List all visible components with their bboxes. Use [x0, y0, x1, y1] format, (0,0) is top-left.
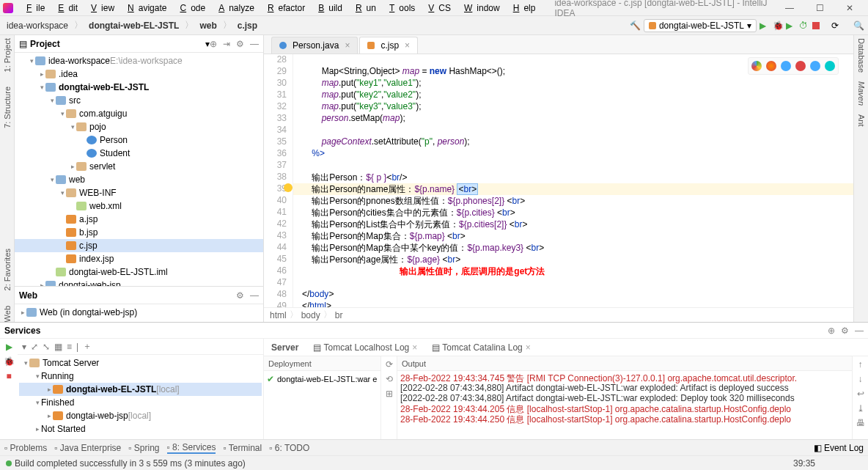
- services-tree-item[interactable]: ▸dongtai-web-EL-JSTL [local]: [19, 383, 262, 396]
- breadcrumb-item[interactable]: web: [197, 21, 218, 31]
- caret-position[interactable]: 39:35: [793, 458, 815, 469]
- opera-icon[interactable]: [795, 61, 806, 71]
- tree-item[interactable]: ▾dongtai-web-EL-JSTL: [15, 81, 263, 94]
- thread-icon[interactable]: ≡: [67, 342, 72, 352]
- group-icon[interactable]: ▦: [54, 342, 62, 352]
- hide-icon[interactable]: —: [250, 290, 259, 301]
- services-tree[interactable]: ▾Tomcat Server▾Running▸dongtai-web-EL-JS…: [18, 355, 263, 439]
- ant-tool-tab[interactable]: Ant: [857, 114, 866, 127]
- redeploy-icon[interactable]: ⟲: [386, 374, 393, 384]
- menu-vcs[interactable]: VCS: [419, 3, 455, 13]
- services-tab[interactable]: ▤ Tomcat Localhost Log ×: [313, 342, 417, 353]
- scroll-end-icon[interactable]: ⤓: [857, 403, 864, 414]
- deployment-item[interactable]: ✔ dongtai-web-EL-JSTL:war e: [264, 371, 380, 387]
- code-area[interactable]: 2829303132333435363738394041424344454647…: [264, 54, 853, 307]
- web-tree-item[interactable]: ▸ Web (in dongtai-web-jsp): [15, 306, 263, 319]
- menu-build[interactable]: Build: [309, 3, 347, 13]
- project-view-icon[interactable]: ▤: [19, 39, 27, 49]
- ie-icon[interactable]: [810, 61, 820, 71]
- project-tree[interactable]: ▾idea-workspace E:\idea-workspace▸.idea▾…: [15, 53, 263, 286]
- tree-item[interactable]: ▾com.atguigu: [15, 107, 263, 120]
- hide-icon[interactable]: —: [855, 326, 864, 336]
- bottom-tool-tab[interactable]: ▫ Spring: [128, 442, 159, 454]
- tree-item[interactable]: Student: [15, 147, 263, 160]
- collapse-all-icon[interactable]: ⤡: [43, 342, 50, 352]
- coverage-icon[interactable]: ▶: [786, 21, 796, 31]
- menu-help[interactable]: Help: [504, 3, 540, 13]
- menu-edit[interactable]: Edit: [49, 3, 82, 13]
- editor-tab[interactable]: c.jsp×: [359, 37, 418, 54]
- close-tab-icon[interactable]: ×: [345, 40, 350, 51]
- menu-analyze[interactable]: Analyze: [210, 3, 259, 13]
- tree-item[interactable]: ▾src: [15, 94, 263, 107]
- editor-breadcrumb[interactable]: html〉body〉br: [264, 307, 853, 322]
- stop-icon[interactable]: ■: [6, 371, 11, 381]
- add-icon[interactable]: ＋: [83, 340, 92, 353]
- tree-item[interactable]: ▾pojo: [15, 120, 263, 133]
- services-tab[interactable]: Server: [271, 342, 298, 353]
- edge-icon[interactable]: [825, 61, 835, 71]
- intention-bulb-icon[interactable]: [284, 183, 293, 192]
- tree-item[interactable]: a.jsp: [15, 213, 263, 226]
- web-tool-tab[interactable]: Web: [3, 306, 12, 322]
- safari-icon[interactable]: [781, 61, 791, 71]
- menu-run[interactable]: Run: [347, 3, 380, 13]
- run-icon[interactable]: ▶: [760, 21, 770, 31]
- breadcrumb-item[interactable]: c.jsp: [235, 21, 260, 31]
- scroll-up-icon[interactable]: ↑: [858, 359, 863, 370]
- run-icon[interactable]: ▶: [6, 342, 12, 352]
- editor-crumb-item[interactable]: br: [335, 310, 343, 320]
- refresh-icon[interactable]: ⟳: [386, 359, 393, 370]
- services-tree-item[interactable]: ▾Finished: [19, 396, 262, 409]
- profile-icon[interactable]: ⏱: [799, 21, 809, 31]
- tree-item[interactable]: index.jsp: [15, 252, 263, 265]
- update-icon[interactable]: ⟳: [831, 21, 842, 31]
- bottom-tool-tab[interactable]: ▫ Terminal: [223, 442, 262, 454]
- menu-view[interactable]: View: [82, 3, 119, 13]
- close-icon[interactable]: ✕: [842, 3, 858, 13]
- close-tab-icon[interactable]: ×: [405, 40, 410, 51]
- tree-item[interactable]: web.xml: [15, 199, 263, 213]
- scroll-down-icon[interactable]: ↓: [858, 374, 863, 384]
- search-icon[interactable]: 🔍: [853, 21, 864, 31]
- filter-icon[interactable]: ▾: [22, 342, 26, 352]
- services-tree-item[interactable]: ▾Running: [19, 370, 262, 383]
- menu-file[interactable]: File: [18, 3, 49, 13]
- debug-icon[interactable]: 🐞: [773, 21, 783, 31]
- collapse-icon[interactable]: ⇥: [223, 39, 230, 49]
- bottom-tool-tab[interactable]: ▫ Java Enterprise: [54, 442, 121, 454]
- run-config-selector[interactable]: dongtai-web-EL-JSTL ▾: [644, 19, 757, 32]
- services-tree-item[interactable]: ▸Not Started: [19, 422, 262, 436]
- services-tree-item[interactable]: ▸dongtai-web-jsp [local]: [19, 409, 262, 422]
- expand-all-icon[interactable]: ⤢: [31, 342, 38, 352]
- select-target-icon[interactable]: ⊕: [210, 39, 217, 49]
- maximize-icon[interactable]: ☐: [812, 3, 828, 13]
- gear-icon[interactable]: ⚙: [841, 326, 849, 336]
- breadcrumb-item[interactable]: dongtai-web-EL-JSTL: [87, 21, 181, 31]
- editor-crumb-item[interactable]: body: [301, 310, 320, 320]
- minimize-icon[interactable]: —: [781, 3, 798, 13]
- gear-icon[interactable]: ⚙: [236, 39, 244, 49]
- bottom-tool-tab[interactable]: ▫ 8: Services: [167, 442, 216, 454]
- maven-tool-tab[interactable]: Maven: [857, 81, 866, 106]
- menu-refactor[interactable]: Refactor: [259, 3, 309, 13]
- editor-crumb-item[interactable]: html: [270, 310, 287, 320]
- database-tool-tab[interactable]: Database: [857, 38, 866, 73]
- menu-code[interactable]: Code: [171, 3, 210, 13]
- print-icon[interactable]: 🖶: [856, 418, 865, 428]
- services-tree-item[interactable]: ▾Tomcat Server: [19, 356, 262, 370]
- gear-icon[interactable]: ⚙: [236, 290, 244, 301]
- stop-icon[interactable]: [812, 22, 820, 29]
- project-tool-tab[interactable]: 1: Project: [3, 38, 12, 72]
- tree-item[interactable]: ▾web: [15, 173, 263, 186]
- firefox-icon[interactable]: [766, 61, 776, 71]
- event-log-tab[interactable]: ◧ Event Log: [814, 443, 864, 453]
- tree-item[interactable]: ▾idea-workspace E:\idea-workspace: [15, 54, 263, 67]
- tree-item[interactable]: ▸servlet: [15, 160, 263, 173]
- menu-window[interactable]: Window: [455, 3, 504, 13]
- tree-item[interactable]: ▾WEB-INF: [15, 186, 263, 199]
- tree-item[interactable]: b.jsp: [15, 226, 263, 239]
- bottom-tool-tab[interactable]: ▫ 6: TODO: [269, 442, 309, 454]
- tree-item[interactable]: c.jsp: [15, 239, 263, 252]
- editor-tab[interactable]: Person.java×: [271, 37, 358, 54]
